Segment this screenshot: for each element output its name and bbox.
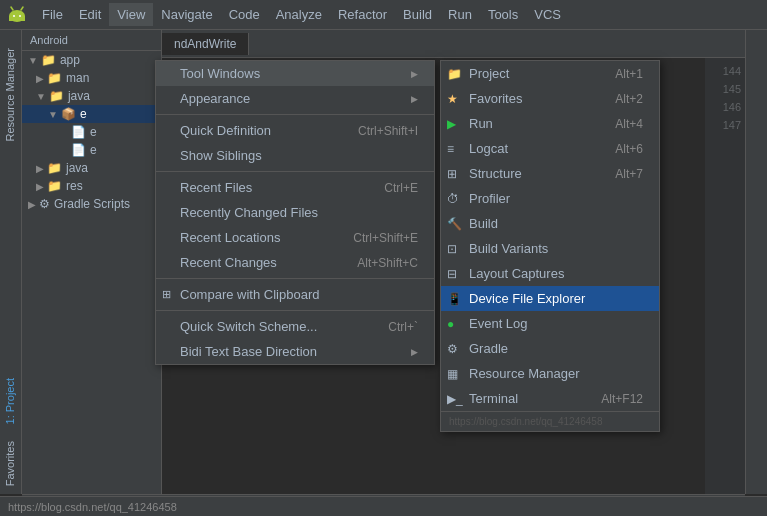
submenu-item-label: Favorites	[469, 91, 522, 106]
submenu-footer-url: https://blog.csdn.net/qq_41246458	[441, 411, 659, 431]
tree-label: java	[68, 89, 90, 103]
submenu-item-gradle[interactable]: ⚙ Gradle	[441, 336, 659, 361]
shortcut: Alt+6	[615, 142, 643, 156]
tree-item-file2[interactable]: ▶ 📄 e	[22, 141, 161, 159]
tree-item-package[interactable]: ▼ 📦 e	[22, 105, 161, 123]
submenu-item-event-log[interactable]: ● Event Log	[441, 311, 659, 336]
menu-file[interactable]: File	[34, 3, 71, 26]
submenu-item-run[interactable]: ▶ Run Alt+4	[441, 111, 659, 136]
tree-item-java[interactable]: ▼ 📁 java	[22, 87, 161, 105]
status-url: https://blog.csdn.net/qq_41246458	[8, 501, 177, 513]
submenu-item-profiler[interactable]: ⏱ Profiler	[441, 186, 659, 211]
tree-label: Gradle Scripts	[54, 197, 130, 211]
gradle-icon: ⚙	[447, 342, 458, 356]
menu-build[interactable]: Build	[395, 3, 440, 26]
menu-item-bidi[interactable]: Bidi Text Base Direction	[156, 339, 434, 364]
submenu-item-label: Terminal	[469, 391, 518, 406]
shortcut: Alt+4	[615, 117, 643, 131]
menu-code[interactable]: Code	[221, 3, 268, 26]
tree-label: e	[90, 125, 97, 139]
submenu-item-label: Profiler	[469, 191, 510, 206]
file-icon: 📄	[71, 143, 86, 157]
menu-item-label: Recent Files	[180, 180, 252, 195]
tree-item-res[interactable]: ▶ 📁 res	[22, 177, 161, 195]
menu-view[interactable]: View	[109, 3, 153, 26]
tree-label: man	[66, 71, 89, 85]
favorites-tab[interactable]: Favorites	[0, 433, 21, 494]
tree-item-gradle-scripts[interactable]: ▶ ⚙ Gradle Scripts	[22, 195, 161, 213]
menu-item-label: Compare with Clipboard	[180, 287, 319, 302]
project-panel: Android ▼ 📁 app ▶ 📁 man ▼ 📁 java ▼ 📦 e ▶…	[22, 30, 162, 494]
shortcut: Alt+7	[615, 167, 643, 181]
submenu-item-layout-captures[interactable]: ⊟ Layout Captures	[441, 261, 659, 286]
menu-item-quick-def[interactable]: Quick Definition Ctrl+Shift+I	[156, 118, 434, 143]
status-bar: https://blog.csdn.net/qq_41246458	[0, 496, 767, 516]
menu-refactor[interactable]: Refactor	[330, 3, 395, 26]
submenu-item-device-file-explorer[interactable]: 📱 Device File Explorer	[441, 286, 659, 311]
menu-item-compare-clipboard[interactable]: ⊞ Compare with Clipboard	[156, 282, 434, 307]
separator	[156, 171, 434, 172]
shortcut: Ctrl+`	[388, 320, 418, 334]
gradle-icon: ⚙	[39, 197, 50, 211]
build-variants-icon: ⊡	[447, 242, 457, 256]
menu-edit[interactable]: Edit	[71, 3, 109, 26]
svg-line-4	[11, 7, 13, 10]
file-icon: 📄	[71, 125, 86, 139]
tree-label: java	[66, 161, 88, 175]
tree-item-manifests[interactable]: ▶ 📁 man	[22, 69, 161, 87]
profiler-icon: ⏱	[447, 192, 459, 206]
line-num: 145	[709, 80, 741, 98]
submenu-item-terminal[interactable]: ▶_ Terminal Alt+F12	[441, 386, 659, 411]
layout-icon: ⊟	[447, 267, 457, 281]
submenu-item-favorites[interactable]: ★ Favorites Alt+2	[441, 86, 659, 111]
menu-item-label: Quick Switch Scheme...	[180, 319, 317, 334]
line-numbers: 144 145 146 147	[705, 58, 745, 494]
submenu-item-label: Logcat	[469, 141, 508, 156]
tree-item-file1[interactable]: ▶ 📄 e	[22, 123, 161, 141]
menu-bar: File Edit View Navigate Code Analyze Ref…	[0, 0, 767, 30]
tree-label: e	[90, 143, 97, 157]
submenu-item-label: Gradle	[469, 341, 508, 356]
menu-navigate[interactable]: Navigate	[153, 3, 220, 26]
submenu-item-build-variants[interactable]: ⊡ Build Variants	[441, 236, 659, 261]
resource-manager-tab[interactable]: Resource Manager	[0, 40, 21, 150]
menu-run[interactable]: Run	[440, 3, 480, 26]
menu-item-label: Show Siblings	[180, 148, 262, 163]
menu-item-recent-locations[interactable]: Recent Locations Ctrl+Shift+E	[156, 225, 434, 250]
menu-vcs[interactable]: VCS	[526, 3, 569, 26]
folder-icon: 📁	[41, 53, 56, 67]
menu-item-recently-changed[interactable]: Recently Changed Files	[156, 200, 434, 225]
submenu-item-build[interactable]: 🔨 Build	[441, 211, 659, 236]
right-sidebar	[745, 30, 767, 494]
menu-tools[interactable]: Tools	[480, 3, 526, 26]
structure-icon: ⊞	[447, 167, 457, 181]
line-num: 147	[709, 116, 741, 134]
submenu-item-logcat[interactable]: ≡ Logcat Alt+6	[441, 136, 659, 161]
menu-item-label: Recent Changes	[180, 255, 277, 270]
svg-point-2	[13, 15, 15, 17]
menu-item-recent-changes[interactable]: Recent Changes Alt+Shift+C	[156, 250, 434, 275]
submenu-item-resource-manager[interactable]: ▦ Resource Manager	[441, 361, 659, 386]
menu-analyze[interactable]: Analyze	[268, 3, 330, 26]
tree-label: res	[66, 179, 83, 193]
tree-item-app[interactable]: ▼ 📁 app	[22, 51, 161, 69]
menu-item-recent-files[interactable]: Recent Files Ctrl+E	[156, 175, 434, 200]
editor-tab[interactable]: ndAndWrite	[162, 33, 249, 55]
tool-windows-submenu[interactable]: 📁 Project Alt+1 ★ Favorites Alt+2 ▶ Run …	[440, 60, 660, 432]
project-tab[interactable]: 1: Project	[0, 370, 21, 432]
menu-item-quick-switch[interactable]: Quick Switch Scheme... Ctrl+`	[156, 314, 434, 339]
submenu-item-label: Run	[469, 116, 493, 131]
submenu-item-label: Event Log	[469, 316, 528, 331]
menu-item-appearance[interactable]: Appearance	[156, 86, 434, 111]
submenu-item-structure[interactable]: ⊞ Structure Alt+7	[441, 161, 659, 186]
shortcut: Ctrl+E	[384, 181, 418, 195]
separator	[156, 278, 434, 279]
project-icon: 📁	[447, 67, 462, 81]
menu-item-show-siblings[interactable]: Show Siblings	[156, 143, 434, 168]
submenu-item-label: Build Variants	[469, 241, 548, 256]
menu-item-tool-windows[interactable]: Tool Windows	[156, 61, 434, 86]
view-menu-dropdown[interactable]: Tool Windows Appearance Quick Definition…	[155, 60, 435, 365]
submenu-item-project[interactable]: 📁 Project Alt+1	[441, 61, 659, 86]
tree-item-java2[interactable]: ▶ 📁 java	[22, 159, 161, 177]
menu-item-label: Bidi Text Base Direction	[180, 344, 317, 359]
